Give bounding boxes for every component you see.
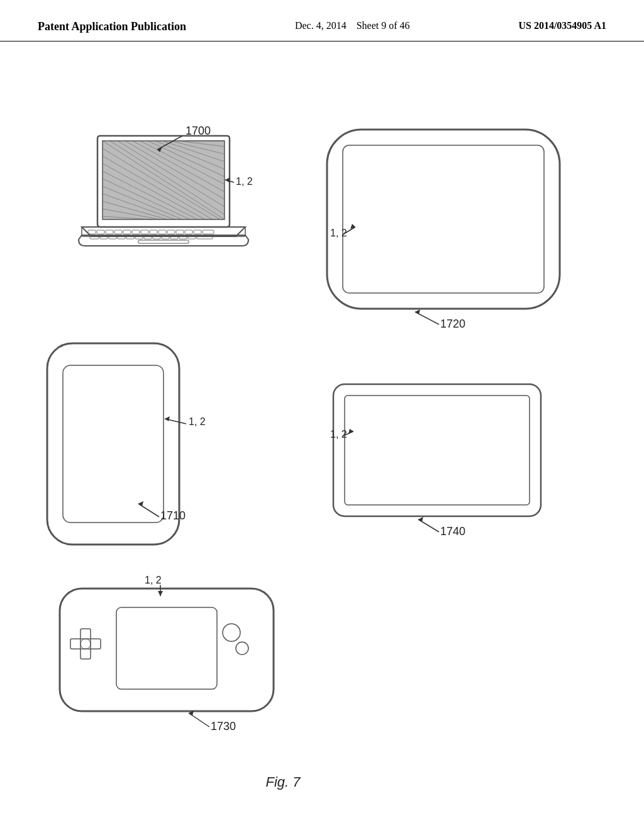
svg-rect-59: [327, 130, 560, 309]
svg-rect-79: [70, 639, 101, 649]
date-label: Dec. 4, 2014: [295, 20, 347, 31]
svg-point-81: [80, 639, 91, 649]
svg-rect-54: [138, 240, 189, 243]
svg-rect-78: [116, 607, 217, 689]
svg-rect-29: [106, 230, 113, 234]
svg-rect-35: [158, 230, 166, 234]
label-1720: 1720: [440, 318, 465, 330]
svg-point-83: [236, 642, 248, 655]
svg-point-82: [223, 624, 240, 641]
laptop-figure: [79, 136, 248, 246]
drawing-content: 1700 1, 2 1720 1, 2 1710: [0, 42, 644, 815]
svg-rect-28: [97, 230, 104, 234]
game-controller-figure: [60, 589, 274, 711]
date-sheet-label: Dec. 4, 2014 Sheet 9 of 46: [295, 19, 410, 33]
annotation-laptop: 1, 2: [236, 176, 253, 187]
svg-marker-70: [165, 416, 170, 421]
page-header: Patent Application Publication Dec. 4, 2…: [0, 0, 644, 42]
annotation-controller: 1, 2: [145, 575, 162, 585]
svg-marker-76: [348, 429, 353, 434]
svg-marker-87: [158, 591, 163, 596]
annotation-phone: 1, 2: [189, 416, 206, 427]
publication-label: Patent Application Publication: [38, 19, 186, 35]
svg-rect-31: [123, 230, 131, 234]
phone-figure: [47, 343, 179, 545]
svg-rect-33: [141, 230, 148, 234]
svg-rect-39: [194, 230, 201, 234]
tablet-small-figure: [333, 384, 541, 516]
svg-rect-66: [63, 365, 164, 523]
label-1710: 1710: [160, 509, 186, 522]
svg-rect-32: [132, 230, 140, 234]
svg-rect-30: [114, 230, 122, 234]
svg-rect-80: [80, 629, 91, 659]
svg-rect-60: [343, 145, 544, 293]
svg-rect-72: [345, 396, 530, 505]
svg-rect-40: [203, 230, 214, 234]
svg-rect-71: [333, 384, 541, 516]
label-1700: 1700: [186, 124, 211, 137]
svg-rect-38: [185, 230, 192, 234]
tablet-large-figure: [327, 130, 560, 309]
label-1730: 1730: [211, 720, 236, 733]
patent-number-label: US 2014/0354905 A1: [518, 19, 606, 33]
label-1740: 1740: [440, 525, 465, 538]
svg-rect-27: [88, 230, 96, 234]
svg-rect-36: [167, 230, 175, 234]
svg-rect-34: [150, 230, 157, 234]
svg-rect-65: [47, 343, 179, 545]
figure-label: Fig. 7: [265, 774, 301, 790]
annotation-tablet-small: 1, 2: [330, 429, 347, 440]
svg-line-84: [189, 713, 209, 727]
sheet-label: Sheet 9 of 46: [357, 20, 410, 31]
patent-drawing: 1700 1, 2 1720 1, 2 1710: [0, 42, 644, 815]
svg-rect-37: [176, 230, 184, 234]
